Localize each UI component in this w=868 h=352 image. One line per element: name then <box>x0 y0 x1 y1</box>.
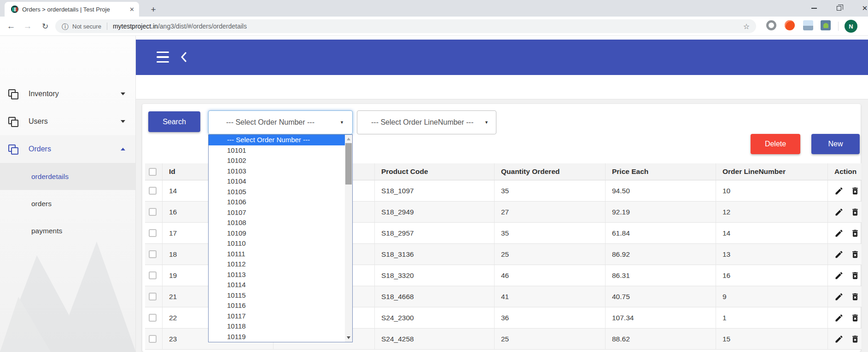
bookmark-star-icon[interactable]: ☆ <box>743 22 750 31</box>
dropdown-option[interactable]: 10104 <box>209 176 345 187</box>
cell-checkbox <box>145 223 162 244</box>
profile-avatar[interactable]: N <box>845 20 857 33</box>
new-button[interactable]: New <box>811 134 860 154</box>
reload-button[interactable]: ↻ <box>37 18 53 35</box>
chevron-left-icon[interactable] <box>180 52 187 62</box>
delete-row-icon[interactable] <box>851 208 860 217</box>
order-number-select[interactable]: --- Select Order Number --- ▼ <box>208 110 353 134</box>
edit-icon[interactable] <box>834 335 844 344</box>
dropdown-option[interactable]: --- Select Order Number --- <box>209 135 345 145</box>
scroll-up-icon[interactable] <box>347 138 350 140</box>
cell-checkbox <box>145 307 162 329</box>
search-button[interactable]: Search <box>148 111 200 132</box>
sidebar-item-users[interactable]: Users <box>0 108 135 135</box>
delete-row-icon[interactable] <box>851 229 860 238</box>
back-button[interactable]: ← <box>3 18 19 35</box>
url-text: mytestproject.in/ang3/dist/#/orders/orde… <box>113 23 247 30</box>
delete-row-icon[interactable] <box>851 186 860 196</box>
dropdown-option[interactable]: 10106 <box>209 197 345 208</box>
line-number-select[interactable]: --- Select Order LineNumber --- ▼ <box>357 110 496 134</box>
delete-row-icon[interactable] <box>851 313 860 323</box>
delete-row-icon[interactable] <box>851 250 860 259</box>
dropdown-option[interactable]: 10110 <box>209 238 345 249</box>
dropdown-options: --- Select Order Number ---1010110102101… <box>209 135 345 342</box>
row-checkbox[interactable] <box>149 314 157 322</box>
cell-quantity: 41 <box>494 286 605 307</box>
dropdown-option[interactable]: 10109 <box>209 228 345 239</box>
edit-icon[interactable] <box>834 313 844 323</box>
sidebar: InventoryUsersOrdersorderdetailsorderspa… <box>0 36 136 352</box>
cell-product_code: S18_2949 <box>374 202 494 223</box>
sidebar-subitem-payments[interactable]: payments <box>0 217 135 244</box>
chevron-down-icon <box>121 120 125 123</box>
cell-product_code: S24_2300 <box>374 307 494 329</box>
new-tab-button[interactable]: + <box>147 4 159 16</box>
row-checkbox[interactable] <box>149 271 157 279</box>
row-checkbox[interactable] <box>149 208 157 216</box>
edit-icon[interactable] <box>834 292 844 301</box>
menu-icon[interactable] <box>157 52 169 63</box>
row-checkbox[interactable] <box>149 187 157 195</box>
edit-icon[interactable] <box>834 271 844 280</box>
sidebar-item-inventory[interactable]: Inventory <box>0 80 135 108</box>
dropdown-option[interactable]: 10107 <box>209 208 345 218</box>
extension-lens-icon[interactable] <box>766 20 776 30</box>
dropdown-scrollbar[interactable] <box>345 135 352 342</box>
address-bar[interactable]: ⓘ Not secure mytestproject.in/ang3/dist/… <box>55 19 756 33</box>
dropdown-option[interactable]: 10113 <box>209 270 345 280</box>
site-favicon-icon <box>11 6 18 13</box>
cell-product_code: S18_4668 <box>374 286 494 307</box>
edit-icon[interactable] <box>834 186 844 196</box>
extension-orange-icon[interactable] <box>785 20 795 30</box>
dropdown-option[interactable]: 10118 <box>209 321 345 332</box>
delete-row-icon[interactable] <box>851 335 860 344</box>
cell-line_number: 10 <box>716 180 827 202</box>
extension-photo-icon[interactable] <box>803 20 813 30</box>
dropdown-option[interactable]: 10117 <box>209 311 345 322</box>
browser-tab[interactable]: Orders > orderdetails | Test Proje ✕ <box>5 2 139 17</box>
dropdown-option[interactable]: 10101 <box>209 145 345 156</box>
order-number-select-value: --- Select Order Number --- <box>226 118 315 127</box>
forward-button[interactable]: → <box>19 18 36 35</box>
cell-checkbox <box>145 286 162 307</box>
dropdown-option[interactable]: 10102 <box>209 156 345 166</box>
edit-icon[interactable] <box>834 208 844 217</box>
dropdown-option[interactable]: 10105 <box>209 187 345 197</box>
tab-close-icon[interactable]: ✕ <box>129 6 134 12</box>
dropdown-option[interactable]: 10103 <box>209 166 345 177</box>
order-number-dropdown: --- Select Order Number ---1010110102101… <box>208 134 353 342</box>
page-info-icon[interactable]: ⓘ <box>62 23 69 30</box>
edit-icon[interactable] <box>834 250 844 259</box>
delete-row-icon[interactable] <box>851 271 860 280</box>
delete-button[interactable]: Delete <box>751 134 800 154</box>
dropdown-option[interactable]: 10114 <box>209 280 345 290</box>
cell-line_number: 15 <box>716 329 827 350</box>
row-actions <box>834 335 860 344</box>
cell-quantity: 35 <box>494 180 605 202</box>
cell-quantity: 35 <box>494 223 605 244</box>
select-all-checkbox[interactable] <box>149 168 157 176</box>
dropdown-option[interactable]: 10116 <box>209 300 345 311</box>
edit-icon[interactable] <box>834 229 844 238</box>
extension-android-icon[interactable] <box>821 20 831 30</box>
window-minimize-button[interactable] <box>804 0 824 17</box>
scroll-down-icon[interactable] <box>347 336 350 339</box>
sidebar-subitem-orderdetails[interactable]: orderdetails <box>0 163 135 190</box>
dropdown-option[interactable]: 10115 <box>209 290 345 301</box>
dropdown-option[interactable]: 10111 <box>209 249 345 260</box>
sidebar-item-orders[interactable]: Orders <box>0 135 135 163</box>
cell-action <box>827 202 862 223</box>
dropdown-option[interactable]: 10108 <box>209 218 345 228</box>
row-actions <box>834 271 860 280</box>
delete-row-icon[interactable] <box>851 292 860 301</box>
row-checkbox[interactable] <box>149 293 157 300</box>
row-checkbox[interactable] <box>149 335 157 343</box>
dropdown-option[interactable]: 10119 <box>209 332 345 342</box>
sidebar-subitem-orders[interactable]: orders <box>0 190 135 217</box>
row-checkbox[interactable] <box>149 229 157 237</box>
window-restore-button[interactable] <box>829 0 849 17</box>
row-checkbox[interactable] <box>149 250 157 258</box>
dropdown-option[interactable]: 10112 <box>209 259 345 270</box>
scrollbar-thumb[interactable] <box>345 143 352 185</box>
window-close-button[interactable]: ✕ <box>855 0 868 17</box>
